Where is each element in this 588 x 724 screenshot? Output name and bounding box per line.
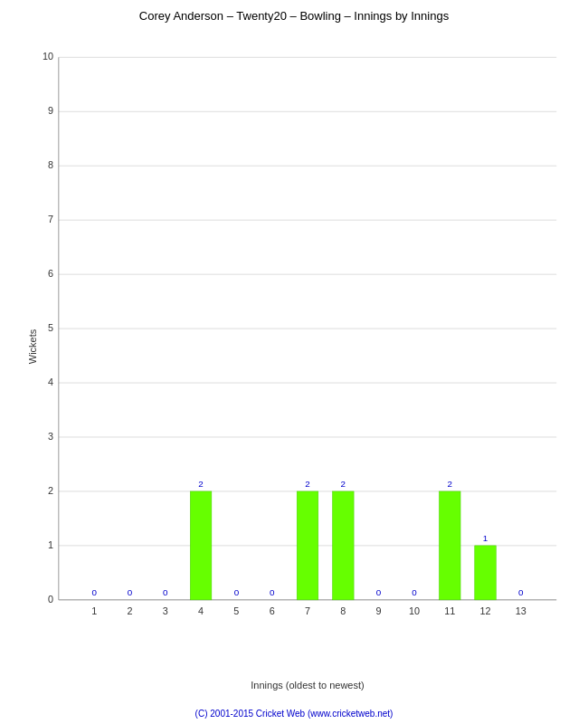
svg-rect-50 xyxy=(475,546,497,600)
svg-text:0: 0 xyxy=(270,587,275,597)
chart-title: Corey Anderson – Twenty20 – Bowling – In… xyxy=(9,9,579,23)
svg-text:0: 0 xyxy=(518,587,524,597)
svg-text:3: 3 xyxy=(163,605,168,616)
svg-text:11: 11 xyxy=(444,605,455,616)
svg-text:0: 0 xyxy=(376,587,382,597)
svg-text:6: 6 xyxy=(48,268,53,279)
svg-text:7: 7 xyxy=(48,214,53,224)
svg-rect-47 xyxy=(439,491,460,600)
svg-text:4: 4 xyxy=(198,605,204,616)
svg-rect-30 xyxy=(190,491,212,600)
svg-text:5: 5 xyxy=(233,605,239,616)
svg-text:9: 9 xyxy=(48,105,53,116)
svg-text:2: 2 xyxy=(198,479,203,489)
svg-text:2: 2 xyxy=(127,605,132,616)
svg-text:6: 6 xyxy=(270,605,275,616)
svg-text:2: 2 xyxy=(48,485,53,496)
svg-text:1: 1 xyxy=(91,605,97,616)
svg-text:2: 2 xyxy=(448,479,452,489)
svg-text:7: 7 xyxy=(305,605,310,616)
svg-text:0: 0 xyxy=(412,587,417,597)
chart-container: Corey Anderson – Twenty20 – Bowling – In… xyxy=(0,0,588,724)
footer: (C) 2001-2015 Cricket Web (www.cricketwe… xyxy=(0,709,588,719)
svg-text:0: 0 xyxy=(91,587,97,597)
svg-text:0: 0 xyxy=(234,587,240,597)
svg-text:2: 2 xyxy=(341,479,346,489)
svg-text:9: 9 xyxy=(376,605,382,616)
svg-text:12: 12 xyxy=(480,605,491,616)
svg-text:3: 3 xyxy=(48,431,53,442)
svg-text:0: 0 xyxy=(48,594,53,605)
svg-rect-40 xyxy=(333,491,355,600)
svg-text:1: 1 xyxy=(483,533,488,543)
svg-text:8: 8 xyxy=(48,159,53,170)
svg-rect-37 xyxy=(297,491,318,600)
svg-text:0: 0 xyxy=(163,587,168,597)
svg-text:8: 8 xyxy=(340,605,346,616)
svg-text:2: 2 xyxy=(305,479,309,489)
y-axis-label: Wickets xyxy=(27,329,38,365)
svg-text:0: 0 xyxy=(128,587,133,597)
x-axis-label: Innings (oldest to newest) xyxy=(50,680,565,691)
svg-text:5: 5 xyxy=(48,322,53,333)
svg-text:13: 13 xyxy=(516,605,526,616)
svg-text:10: 10 xyxy=(43,51,53,62)
svg-text:10: 10 xyxy=(409,605,420,616)
svg-text:4: 4 xyxy=(48,376,53,387)
chart-svg: 0123456789100102032405062728090102111120… xyxy=(50,30,565,636)
svg-text:1: 1 xyxy=(48,539,53,550)
